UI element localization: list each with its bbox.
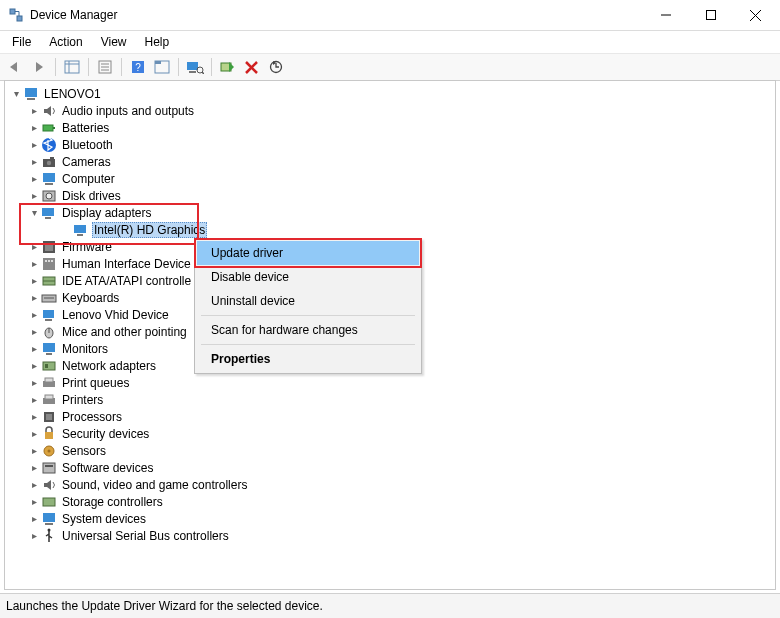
menu-action[interactable]: Action bbox=[41, 33, 90, 51]
maximize-button[interactable] bbox=[688, 1, 733, 29]
statusbar: Launches the Update Driver Wizard for th… bbox=[0, 593, 780, 618]
help-button[interactable]: ? bbox=[127, 56, 149, 78]
tree-device-label: Intel(R) HD Graphics bbox=[92, 222, 207, 238]
svg-rect-62 bbox=[45, 378, 53, 382]
category-icon bbox=[41, 103, 57, 119]
chevron-right-icon[interactable]: ▸ bbox=[27, 478, 41, 492]
tree-category-label: Network adapters bbox=[60, 359, 158, 373]
chevron-right-icon[interactable]: ▸ bbox=[27, 342, 41, 356]
category-icon bbox=[41, 443, 57, 459]
tree-category-label: Sound, video and game controllers bbox=[60, 478, 249, 492]
svg-text:?: ? bbox=[135, 62, 141, 73]
chevron-right-icon[interactable]: ▸ bbox=[27, 529, 41, 543]
close-button[interactable] bbox=[733, 1, 778, 29]
properties-button[interactable] bbox=[94, 56, 116, 78]
category-icon bbox=[41, 171, 57, 187]
category-icon bbox=[41, 239, 57, 255]
scan-hardware-button[interactable] bbox=[184, 56, 206, 78]
tree-category[interactable]: ▾Display adapters bbox=[9, 204, 775, 221]
tree-category-label: Computer bbox=[60, 172, 117, 186]
chevron-right-icon[interactable]: ▸ bbox=[27, 104, 41, 118]
svg-rect-70 bbox=[43, 463, 55, 473]
ctx-disable-device[interactable]: Disable device bbox=[197, 265, 419, 289]
tree-category-label: Cameras bbox=[60, 155, 113, 169]
chevron-right-icon[interactable]: ▸ bbox=[27, 444, 41, 458]
ctx-properties[interactable]: Properties bbox=[197, 347, 419, 371]
uninstall-device-button[interactable] bbox=[241, 56, 263, 78]
action-panel-button[interactable] bbox=[151, 56, 173, 78]
tree-category[interactable]: ▸Batteries bbox=[9, 119, 775, 136]
tree-category-label: Monitors bbox=[60, 342, 110, 356]
tree-category[interactable]: ▸Cameras bbox=[9, 153, 775, 170]
chevron-right-icon[interactable]: ▸ bbox=[27, 393, 41, 407]
svg-rect-42 bbox=[77, 234, 83, 236]
menu-view[interactable]: View bbox=[93, 33, 135, 51]
category-icon bbox=[41, 494, 57, 510]
device-tree-panel: ▾ LENOVO1 ▸Audio inputs and outputs▸Batt… bbox=[4, 80, 776, 590]
ctx-update-driver[interactable]: Update driver bbox=[197, 241, 419, 265]
ctx-uninstall-device[interactable]: Uninstall device bbox=[197, 289, 419, 313]
tree-category-label: Human Interface Device bbox=[60, 257, 193, 271]
category-icon bbox=[41, 154, 57, 170]
enable-device-button[interactable] bbox=[217, 56, 239, 78]
chevron-right-icon[interactable]: ▸ bbox=[27, 189, 41, 203]
tree-category[interactable]: ▸Print queues bbox=[9, 374, 775, 391]
chevron-right-icon[interactable]: ▸ bbox=[27, 291, 41, 305]
chevron-right-icon[interactable]: ▸ bbox=[27, 495, 41, 509]
chevron-right-icon[interactable]: ▸ bbox=[27, 172, 41, 186]
tree-category[interactable]: ▸Printers bbox=[9, 391, 775, 408]
chevron-right-icon[interactable]: ▸ bbox=[27, 257, 41, 271]
category-icon bbox=[41, 392, 57, 408]
tree-category[interactable]: ▸Sensors bbox=[9, 442, 775, 459]
chevron-right-icon[interactable]: ▸ bbox=[27, 121, 41, 135]
menu-file[interactable]: File bbox=[4, 33, 39, 51]
show-hide-tree-button[interactable] bbox=[61, 56, 83, 78]
chevron-down-icon[interactable]: ▾ bbox=[9, 87, 23, 101]
chevron-right-icon[interactable]: ▸ bbox=[27, 376, 41, 390]
tree-category[interactable]: ▸Bluetooth bbox=[9, 136, 775, 153]
svg-rect-18 bbox=[155, 61, 161, 64]
forward-button[interactable] bbox=[28, 56, 50, 78]
update-driver-button[interactable] bbox=[265, 56, 287, 78]
chevron-right-icon[interactable]: ▸ bbox=[27, 240, 41, 254]
svg-rect-19 bbox=[187, 62, 198, 70]
category-icon bbox=[41, 477, 57, 493]
chevron-right-icon[interactable]: ▸ bbox=[27, 427, 41, 441]
category-icon bbox=[41, 341, 57, 357]
tree-category[interactable]: ▸System devices bbox=[9, 510, 775, 527]
tree-root[interactable]: ▾ LENOVO1 bbox=[9, 85, 775, 102]
tree-category[interactable]: ▸Universal Serial Bus controllers bbox=[9, 527, 775, 544]
back-button[interactable] bbox=[4, 56, 26, 78]
svg-rect-39 bbox=[42, 208, 54, 216]
chevron-right-icon[interactable]: ▸ bbox=[27, 274, 41, 288]
ctx-scan-hardware[interactable]: Scan for hardware changes bbox=[197, 318, 419, 342]
tree-category[interactable]: ▸Storage controllers bbox=[9, 493, 775, 510]
chevron-down-icon[interactable]: ▾ bbox=[27, 206, 41, 220]
tree-category-label: Bluetooth bbox=[60, 138, 115, 152]
tree-category[interactable]: ▸Security devices bbox=[9, 425, 775, 442]
svg-rect-20 bbox=[189, 71, 196, 73]
tree-category[interactable]: ▸Processors bbox=[9, 408, 775, 425]
menu-help[interactable]: Help bbox=[137, 33, 178, 51]
minimize-button[interactable] bbox=[643, 1, 688, 29]
chevron-right-icon[interactable]: ▸ bbox=[27, 325, 41, 339]
tree-category[interactable]: ▸Audio inputs and outputs bbox=[9, 102, 775, 119]
computer-icon bbox=[23, 86, 39, 102]
tree-device[interactable]: Intel(R) HD Graphics bbox=[9, 221, 775, 238]
svg-point-33 bbox=[47, 160, 51, 164]
chevron-right-icon[interactable]: ▸ bbox=[27, 359, 41, 373]
tree-category[interactable]: ▸Software devices bbox=[9, 459, 775, 476]
toolbar-separator bbox=[55, 58, 56, 76]
chevron-right-icon[interactable]: ▸ bbox=[27, 461, 41, 475]
svg-rect-46 bbox=[45, 260, 47, 262]
tree-category[interactable]: ▸Sound, video and game controllers bbox=[9, 476, 775, 493]
chevron-right-icon[interactable]: ▸ bbox=[27, 512, 41, 526]
chevron-right-icon[interactable]: ▸ bbox=[27, 138, 41, 152]
chevron-right-icon[interactable]: ▸ bbox=[27, 155, 41, 169]
chevron-right-icon[interactable]: ▸ bbox=[27, 410, 41, 424]
tree-category[interactable]: ▸Disk drives bbox=[9, 187, 775, 204]
tree-category[interactable]: ▸Computer bbox=[9, 170, 775, 187]
chevron-right-icon[interactable]: ▸ bbox=[27, 308, 41, 322]
toolbar-separator bbox=[88, 58, 89, 76]
svg-rect-41 bbox=[74, 225, 86, 233]
